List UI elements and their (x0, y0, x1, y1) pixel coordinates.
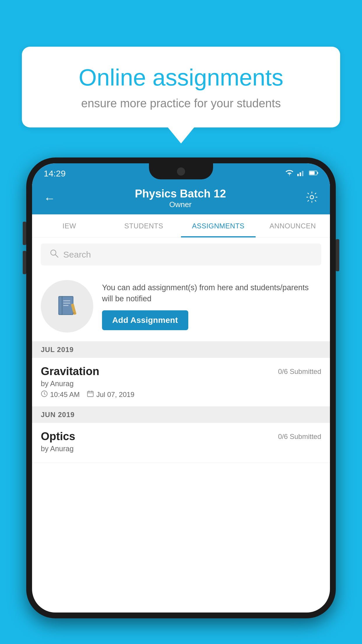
phone-notch (149, 163, 213, 179)
meta-time: 10:45 AM (41, 390, 80, 399)
promo-section: You can add assignment(s) from here and … (32, 271, 330, 342)
svg-rect-0 (297, 174, 299, 176)
svg-rect-4 (310, 172, 315, 175)
assignment-gravitation[interactable]: Gravitation 0/6 Submitted by Anurag (32, 358, 330, 407)
svg-point-6 (310, 195, 314, 199)
svg-rect-14 (63, 305, 68, 306)
tabs-container: IEW STUDENTS ASSIGNMENTS ANNOUNCEN (32, 214, 330, 238)
svg-line-8 (55, 255, 58, 257)
date-value: Jul 07, 2019 (96, 391, 134, 399)
speech-bubble-section: Online assignments ensure more practice … (22, 47, 340, 144)
promo-icon-circle (41, 280, 93, 332)
svg-rect-1 (300, 172, 301, 176)
search-container: Search (32, 238, 330, 271)
tab-students[interactable]: STUDENTS (107, 214, 181, 237)
promo-text: You can add assignment(s) from here and … (102, 282, 321, 304)
add-assignment-button[interactable]: Add Assignment (102, 310, 188, 330)
assignment-by: by Anurag (41, 379, 321, 388)
section-jul-2019: JUL 2019 (32, 342, 330, 358)
content-area: Search (32, 238, 330, 463)
wifi-icon (285, 170, 294, 177)
battery-icon (309, 170, 318, 177)
promo-content: You can add assignment(s) from here and … (102, 282, 321, 330)
status-time: 14:29 (44, 169, 66, 178)
phone-mockup: 14:29 (26, 158, 336, 644)
section-jun-label: JUN 2019 (41, 411, 75, 419)
phone-outer: 14:29 (26, 158, 336, 618)
header-center: Physics Batch 12 Owner (135, 188, 226, 209)
app-header: ← Physics Batch 12 Owner (32, 182, 330, 214)
section-jul-label: JUL 2019 (41, 346, 74, 354)
svg-rect-13 (63, 303, 70, 304)
optics-by: by Anurag (41, 444, 321, 453)
svg-rect-2 (302, 171, 303, 176)
assignment-meta: 10:45 AM Jul 07, 2019 (41, 390, 321, 399)
time-value: 10:45 AM (50, 391, 80, 399)
tab-announcements[interactable]: ANNOUNCEN (256, 214, 330, 237)
assignment-optics[interactable]: Optics 0/6 Submitted by Anurag (32, 423, 330, 463)
svg-rect-5 (317, 172, 318, 174)
speech-bubble-arrow (168, 127, 194, 144)
search-icon (50, 249, 59, 260)
optics-row1: Optics 0/6 Submitted (41, 430, 321, 443)
front-camera (177, 167, 185, 176)
search-bar[interactable]: Search (41, 244, 321, 265)
search-input[interactable]: Search (63, 250, 91, 260)
assignment-row1: Gravitation 0/6 Submitted (41, 365, 321, 378)
status-icons (285, 170, 318, 177)
bubble-title: Online assignments (45, 64, 317, 91)
bubble-subtitle: ensure more practice for your students (45, 97, 317, 110)
tab-assignments[interactable]: ASSIGNMENTS (181, 214, 256, 237)
svg-rect-12 (63, 300, 70, 301)
volume-down-button (23, 251, 26, 274)
signal-icon (297, 170, 305, 177)
optics-submitted: 0/6 Submitted (278, 433, 321, 441)
clock-icon (41, 390, 48, 399)
header-title: Physics Batch 12 (135, 188, 226, 200)
assignment-name: Gravitation (41, 365, 99, 378)
meta-date: Jul 07, 2019 (87, 390, 134, 399)
speech-bubble: Online assignments ensure more practice … (22, 47, 340, 127)
volume-up-button (23, 222, 26, 245)
back-button[interactable]: ← (44, 192, 55, 205)
header-subtitle: Owner (135, 200, 226, 209)
calendar-icon (87, 390, 94, 399)
section-jun-2019: JUN 2019 (32, 407, 330, 423)
power-button (336, 239, 339, 271)
tab-iew[interactable]: IEW (32, 214, 107, 237)
phone-screen: 14:29 (32, 163, 330, 612)
svg-rect-18 (87, 391, 93, 397)
assignment-submitted: 0/6 Submitted (278, 368, 321, 376)
optics-name: Optics (41, 430, 75, 443)
settings-icon[interactable] (305, 191, 318, 206)
